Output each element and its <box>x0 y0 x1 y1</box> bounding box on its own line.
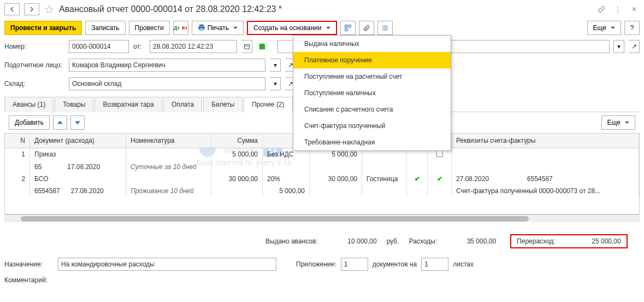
tab-returnable[interactable]: Возвратная тара <box>94 97 162 112</box>
post-and-close-button[interactable]: Провести и закрыть <box>4 21 82 35</box>
print-button[interactable]: Печать <box>192 21 244 35</box>
menu-cash-in[interactable]: Поступление наличных <box>293 85 451 101</box>
col-sum: Сумма <box>211 133 263 148</box>
col-req: Реквизиты счета-фактуры <box>452 133 639 148</box>
attach-pages-input[interactable]: 1 <box>421 258 448 271</box>
structure-button[interactable] <box>340 21 356 35</box>
comment-label: Комментарий: <box>4 276 54 284</box>
more-vert-icon[interactable]: ⋮ <box>612 4 623 15</box>
org-dropdown-icon[interactable]: ▾ <box>613 40 624 53</box>
purpose-input[interactable]: На командировочные расходы <box>58 258 276 271</box>
date-input[interactable]: 28.08.2020 12:42:23 <box>150 40 237 53</box>
number-label: Номер: <box>4 43 64 50</box>
svg-rect-3 <box>382 26 387 26</box>
close-icon[interactable]: ✕ <box>629 4 640 15</box>
org-open-icon[interactable]: ↗ <box>629 40 640 53</box>
menu-cash-out[interactable]: Выдача наличных <box>293 36 451 52</box>
menu-bank-in[interactable]: Поступление на расчетный счет <box>293 68 451 85</box>
post-button[interactable]: Провести <box>129 21 170 35</box>
svg-rect-4 <box>382 27 387 28</box>
table-more-button[interactable]: Еще <box>601 115 635 130</box>
tab-tickets[interactable]: Билеты <box>203 97 243 112</box>
add-row-button[interactable]: Добавить <box>9 115 50 130</box>
col-nom: Номенклатура <box>126 133 211 148</box>
menu-bank-out[interactable]: Списание с расчетного счета <box>293 101 451 118</box>
back-button[interactable] <box>4 3 20 15</box>
tab-payment[interactable]: Оплата <box>163 97 202 112</box>
svg-rect-6 <box>244 45 249 49</box>
svg-rect-5 <box>382 30 387 30</box>
menu-invoice-received[interactable]: Счет-фактура полученный <box>293 118 451 134</box>
table-row-sub[interactable]: 65 17.08.2020 Суточные за 10 дней <box>5 161 639 173</box>
date-label: от: <box>133 43 145 50</box>
table-row[interactable]: 2 БСО 30 000,00 20% 30 000,00 Гостиница … <box>5 173 639 185</box>
doc-status-icon <box>257 43 268 50</box>
move-down-button[interactable] <box>70 115 85 130</box>
help-button[interactable]: ? <box>624 21 640 35</box>
attach-label: Приложение: <box>296 260 336 268</box>
move-up-button[interactable] <box>53 115 67 130</box>
menu-requisition[interactable]: Требование-накладная <box>293 134 451 150</box>
svg-rect-1 <box>348 25 351 27</box>
number-input[interactable]: 0000-000014 <box>69 40 129 53</box>
svg-rect-2 <box>345 28 347 31</box>
tab-goods[interactable]: Товары <box>55 97 93 112</box>
warehouse-dropdown-icon[interactable]: ▾ <box>270 77 281 90</box>
window-title: Авансовый отчет 0000-000014 от 28.08.202… <box>59 4 592 14</box>
attach-button[interactable] <box>359 21 374 35</box>
forward-button[interactable] <box>24 3 39 15</box>
person-input[interactable]: Комаров Владимир Сергеевич <box>69 59 265 72</box>
write-button[interactable]: Записать <box>85 21 125 35</box>
create-based-button[interactable]: Создать на основании <box>247 21 337 35</box>
star-icon[interactable] <box>44 4 55 15</box>
table-row-sub[interactable]: 6554587 27.08.2020 Проживание 10 дней 5 … <box>5 185 639 197</box>
col-doc: Документ (расхода) <box>30 133 126 148</box>
overspend-box: Перерасход: 25 000,00 <box>510 234 628 248</box>
tab-other[interactable]: Прочее (2) <box>244 97 292 112</box>
warehouse-label: Склад: <box>4 80 64 88</box>
attach-count-input[interactable]: 1 <box>341 258 368 271</box>
dt-kt-button[interactable]: ДтКт <box>173 21 188 35</box>
svg-rect-0 <box>345 25 347 27</box>
create-based-menu: Выдача наличных Платежное поручение Пост… <box>293 35 451 151</box>
col-n: N <box>5 133 30 148</box>
printer-icon <box>198 24 205 33</box>
warehouse-input[interactable]: Основной склад <box>69 77 265 90</box>
more-button[interactable]: Еще <box>587 21 621 35</box>
tab-advances[interactable]: Авансы (1) <box>4 97 54 112</box>
horizontal-scrollbar[interactable] <box>4 214 640 222</box>
purpose-label: Назначение: <box>4 260 54 268</box>
list-button[interactable] <box>377 21 393 35</box>
link-icon[interactable] <box>596 4 607 15</box>
summary-bar: Выдано авансов: 10 000,00 руб. Расходы: … <box>0 228 644 255</box>
person-dropdown-icon[interactable]: ▾ <box>270 59 281 72</box>
menu-payment-order[interactable]: Платежное поручение <box>293 52 451 68</box>
person-label: Подотчетное лицо: <box>4 61 64 69</box>
calendar-icon[interactable] <box>241 40 252 53</box>
